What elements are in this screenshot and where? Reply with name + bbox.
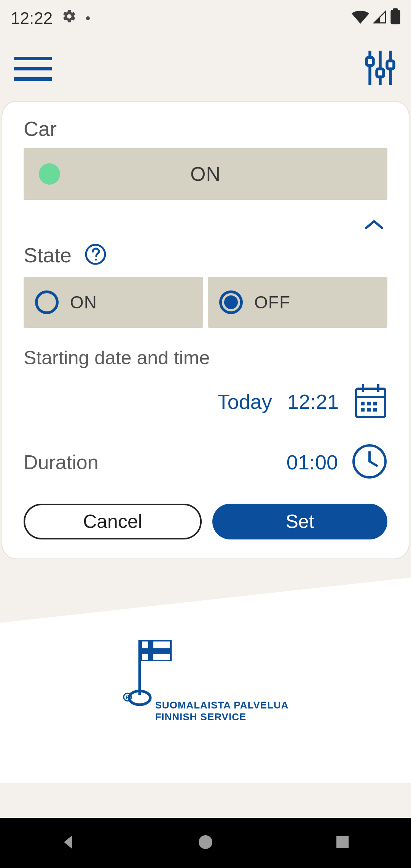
state-section-header: State (24, 243, 387, 267)
state-label: State (24, 243, 72, 267)
help-icon[interactable] (84, 243, 107, 267)
main-state-pill[interactable]: ON (24, 148, 387, 200)
svg-rect-6 (377, 69, 384, 77)
start-datetime-row[interactable]: Today 12:21 (24, 383, 387, 421)
calendar-icon (354, 383, 387, 421)
system-navbar (0, 818, 411, 868)
app-header (0, 36, 411, 101)
start-time-text: 12:21 (287, 390, 339, 413)
cancel-button[interactable]: Cancel (24, 504, 202, 539)
svg-point-11 (86, 245, 105, 264)
logo-text-2: FINNISH SERVICE (155, 711, 288, 723)
chevron-up-icon[interactable] (365, 219, 384, 232)
set-button[interactable]: Set (212, 504, 387, 539)
radio-on[interactable]: ON (24, 277, 203, 328)
svg-point-33 (199, 835, 212, 849)
status-left: 12:22 (11, 9, 90, 28)
status-time: 12:22 (11, 9, 53, 28)
main-state-label: ON (24, 163, 387, 185)
svg-rect-29 (141, 648, 171, 654)
status-bar: 12:22 (0, 0, 411, 36)
svg-rect-21 (367, 408, 371, 412)
collapse-row (24, 200, 387, 243)
svg-rect-19 (373, 402, 377, 405)
svg-rect-9 (387, 61, 394, 69)
nav-recent-icon[interactable] (333, 833, 352, 853)
start-date-text: Today (217, 390, 272, 413)
duration-label: Duration (24, 451, 99, 474)
wifi-icon (352, 9, 369, 28)
card-title: Car (24, 117, 387, 140)
settings-sliders-icon[interactable] (363, 49, 397, 88)
radio-off-label: OFF (254, 292, 290, 313)
svg-rect-18 (367, 402, 371, 405)
svg-rect-30 (148, 641, 153, 661)
cancel-button-label: Cancel (83, 511, 142, 533)
button-row: Cancel Set (24, 504, 387, 539)
svg-rect-0 (390, 10, 400, 24)
logo-text-1: SUOMALAISTA PALVELUA (155, 699, 288, 711)
radio-icon (219, 290, 243, 314)
radio-icon (35, 290, 59, 314)
svg-line-25 (370, 461, 377, 466)
status-right (352, 8, 400, 28)
footer-section: R SUOMALAISTA PALVELUA FINNISH SERVICE (0, 578, 411, 783)
clock-icon (352, 444, 387, 481)
radio-off[interactable]: OFF (208, 277, 387, 328)
svg-rect-20 (361, 408, 365, 412)
set-button-label: Set (285, 511, 314, 533)
svg-rect-34 (336, 836, 349, 848)
svg-point-12 (95, 259, 97, 261)
start-label: Starting date and time (24, 347, 387, 369)
duration-row[interactable]: Duration 01:00 (24, 444, 387, 481)
nav-home-icon[interactable] (196, 833, 215, 853)
service-logo: R SUOMALAISTA PALVELUA FINNISH SERVICE (122, 638, 288, 723)
gear-icon (62, 9, 77, 28)
radio-on-label: ON (70, 292, 97, 313)
battery-icon (390, 8, 400, 28)
signal-icon (372, 9, 387, 28)
menu-icon[interactable] (14, 53, 52, 84)
svg-text:R: R (126, 694, 129, 700)
control-card: Car ON State ON OFF Starting date and ti… (2, 101, 409, 559)
svg-rect-1 (393, 8, 398, 11)
svg-rect-22 (373, 408, 377, 412)
state-radio-group: ON OFF (24, 277, 387, 328)
duration-value: 01:00 (287, 450, 338, 474)
svg-rect-17 (361, 402, 365, 405)
nav-back-icon[interactable] (59, 833, 78, 853)
svg-rect-3 (366, 57, 373, 65)
dot-icon (86, 16, 90, 20)
